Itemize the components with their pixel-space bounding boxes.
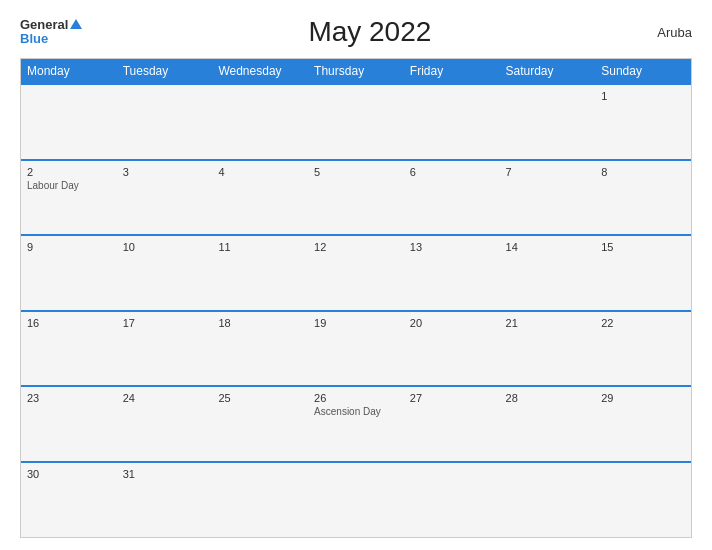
calendar-cell: 19 xyxy=(308,311,404,387)
day-number: 31 xyxy=(123,468,207,480)
calendar-cell: 5 xyxy=(308,160,404,236)
day-number: 20 xyxy=(410,317,494,329)
day-number: 18 xyxy=(218,317,302,329)
day-number: 26 xyxy=(314,392,398,404)
day-number: 2 xyxy=(27,166,111,178)
calendar-cell: 7 xyxy=(500,160,596,236)
holiday-label: Labour Day xyxy=(27,180,111,191)
calendar-cell xyxy=(500,84,596,160)
calendar-cell: 17 xyxy=(117,311,213,387)
calendar-cell xyxy=(308,84,404,160)
calendar-week-row: 16171819202122 xyxy=(21,311,691,387)
calendar-page: General Blue May 2022 Aruba Monday Tuesd… xyxy=(0,0,712,550)
calendar-cell: 3 xyxy=(117,160,213,236)
calendar-cell: 15 xyxy=(595,235,691,311)
calendar-week-row: 1 xyxy=(21,84,691,160)
header-monday: Monday xyxy=(21,59,117,84)
calendar-cell: 13 xyxy=(404,235,500,311)
calendar-cell: 30 xyxy=(21,462,117,538)
calendar-cell: 6 xyxy=(404,160,500,236)
logo-triangle-icon xyxy=(70,19,82,29)
calendar-cell: 23 xyxy=(21,386,117,462)
calendar-cell xyxy=(212,462,308,538)
calendar-cell: 14 xyxy=(500,235,596,311)
day-number: 1 xyxy=(601,90,685,102)
header-tuesday: Tuesday xyxy=(117,59,213,84)
calendar-cell xyxy=(595,462,691,538)
calendar-title: May 2022 xyxy=(308,16,431,48)
day-number: 21 xyxy=(506,317,590,329)
day-number: 16 xyxy=(27,317,111,329)
calendar-cell: 24 xyxy=(117,386,213,462)
day-number: 7 xyxy=(506,166,590,178)
day-number: 5 xyxy=(314,166,398,178)
day-number: 11 xyxy=(218,241,302,253)
header-saturday: Saturday xyxy=(500,59,596,84)
header-wednesday: Wednesday xyxy=(212,59,308,84)
day-number: 29 xyxy=(601,392,685,404)
calendar-cell: 25 xyxy=(212,386,308,462)
calendar-cell xyxy=(404,84,500,160)
day-number: 24 xyxy=(123,392,207,404)
day-number: 30 xyxy=(27,468,111,480)
day-number: 4 xyxy=(218,166,302,178)
calendar-cell xyxy=(404,462,500,538)
calendar-cell: 2Labour Day xyxy=(21,160,117,236)
holiday-label: Ascension Day xyxy=(314,406,398,417)
calendar-cell xyxy=(500,462,596,538)
calendar-cell: 9 xyxy=(21,235,117,311)
calendar-cell: 28 xyxy=(500,386,596,462)
weekday-header-row: Monday Tuesday Wednesday Thursday Friday… xyxy=(21,59,691,84)
calendar-cell: 4 xyxy=(212,160,308,236)
calendar-cell: 22 xyxy=(595,311,691,387)
calendar-cell: 10 xyxy=(117,235,213,311)
calendar-week-row: 23242526Ascension Day272829 xyxy=(21,386,691,462)
day-number: 15 xyxy=(601,241,685,253)
day-number: 19 xyxy=(314,317,398,329)
calendar-cell: 18 xyxy=(212,311,308,387)
day-number: 22 xyxy=(601,317,685,329)
logo-blue: Blue xyxy=(20,32,82,46)
logo: General Blue xyxy=(20,18,82,47)
day-number: 6 xyxy=(410,166,494,178)
day-number: 12 xyxy=(314,241,398,253)
calendar-cell: 26Ascension Day xyxy=(308,386,404,462)
day-number: 25 xyxy=(218,392,302,404)
calendar-cell xyxy=(117,84,213,160)
calendar-cell: 8 xyxy=(595,160,691,236)
day-number: 23 xyxy=(27,392,111,404)
calendar-cell xyxy=(212,84,308,160)
day-number: 27 xyxy=(410,392,494,404)
day-number: 3 xyxy=(123,166,207,178)
header-thursday: Thursday xyxy=(308,59,404,84)
calendar-week-row: 9101112131415 xyxy=(21,235,691,311)
logo-general: General xyxy=(20,18,68,32)
country-label: Aruba xyxy=(657,25,692,40)
calendar-cell: 31 xyxy=(117,462,213,538)
day-number: 8 xyxy=(601,166,685,178)
calendar-cell: 29 xyxy=(595,386,691,462)
day-number: 9 xyxy=(27,241,111,253)
calendar-cell: 1 xyxy=(595,84,691,160)
calendar-cell: 11 xyxy=(212,235,308,311)
calendar-cell: 21 xyxy=(500,311,596,387)
day-number: 17 xyxy=(123,317,207,329)
header-sunday: Sunday xyxy=(595,59,691,84)
day-number: 13 xyxy=(410,241,494,253)
calendar-cell: 27 xyxy=(404,386,500,462)
day-number: 14 xyxy=(506,241,590,253)
page-header: General Blue May 2022 Aruba xyxy=(20,16,692,48)
calendar-week-row: 3031 xyxy=(21,462,691,538)
day-number: 28 xyxy=(506,392,590,404)
calendar-cell xyxy=(21,84,117,160)
calendar-grid: Monday Tuesday Wednesday Thursday Friday… xyxy=(20,58,692,538)
calendar-cell xyxy=(308,462,404,538)
calendar-week-row: 2Labour Day345678 xyxy=(21,160,691,236)
calendar-cell: 12 xyxy=(308,235,404,311)
header-friday: Friday xyxy=(404,59,500,84)
calendar-cell: 16 xyxy=(21,311,117,387)
day-number: 10 xyxy=(123,241,207,253)
calendar-cell: 20 xyxy=(404,311,500,387)
